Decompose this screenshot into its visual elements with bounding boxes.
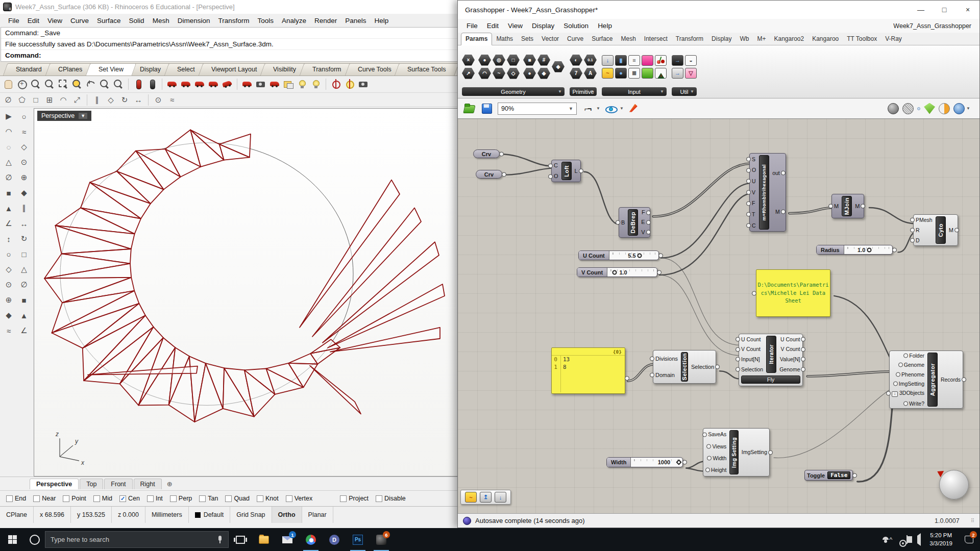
gh-menu-edit[interactable]: Edit [482, 20, 503, 31]
notes-icon[interactable]: ≡ [628, 55, 640, 66]
selection-in-domain[interactable]: Domain [655, 372, 675, 378]
loft-in-o[interactable]: O [554, 173, 558, 179]
osnap-vertex[interactable]: Vertex [286, 495, 312, 502]
zoom-target-icon[interactable] [99, 78, 111, 90]
move-tool-icon[interactable]: ↔ [132, 94, 144, 106]
rhino-menu-render[interactable]: Render [310, 15, 341, 26]
crv-param-2[interactable]: Crv [476, 170, 502, 179]
aggregator-in-3dobjects[interactable]: ↓3DObjects [892, 390, 924, 397]
gh-menu-solution[interactable]: Solution [559, 20, 593, 31]
loft-icon[interactable]: ∥ [17, 201, 31, 215]
gh-menu-help[interactable]: Help [593, 20, 617, 31]
tab-sets[interactable]: Sets [517, 33, 537, 45]
cluster-icon[interactable]: ◒ [685, 55, 697, 66]
rhino-menu-tools[interactable]: Tools [253, 15, 278, 26]
surface-icon[interactable]: ▲ [2, 201, 16, 215]
curve-tool-icon[interactable]: ≈ [17, 124, 31, 139]
tab-tt-toolbox[interactable]: TT Toolbox [843, 33, 881, 45]
trim-icon[interactable]: □ [17, 247, 31, 261]
aggregator-in-folder[interactable]: Folder [909, 353, 924, 359]
zoom-extents-icon[interactable]: ⌐¬ [581, 102, 594, 115]
tab-maths[interactable]: Maths [492, 33, 517, 45]
microphone-icon[interactable] [217, 536, 223, 544]
iterator-in-input[interactable]: Input[N] [741, 357, 760, 362]
iterator-in-selection[interactable]: Selection [741, 367, 763, 372]
panel-dark-icon[interactable]: ▮ [615, 55, 627, 66]
zoom-selected-icon[interactable] [71, 78, 83, 90]
named-view-icon-2[interactable] [180, 78, 192, 90]
rhombi-in-f[interactable]: F [752, 201, 755, 206]
rhino-menu-edit[interactable]: Edit [23, 15, 43, 26]
vptab-front[interactable]: Front [104, 479, 132, 489]
v-count-slider[interactable]: V Count 1.0 [577, 267, 657, 277]
taskbar-clock[interactable]: 5:20 PM 3/3/2019 [924, 532, 958, 547]
extrude-icon[interactable]: ∠ [2, 216, 16, 231]
rotate-tool-icon[interactable]: ↻ [118, 94, 131, 106]
slider-icon[interactable]: ~ [602, 68, 614, 79]
arc-tool-icon[interactable]: ◠ [57, 94, 69, 106]
param-surface-icon[interactable]: ◈ [552, 61, 565, 72]
rhino-taskbar-button[interactable]: 6 [370, 528, 393, 551]
knob-icon[interactable]: ● [615, 68, 627, 79]
dim-icon[interactable]: ≈ [2, 323, 16, 338]
aggregator-out-records[interactable]: Records [941, 377, 961, 383]
swatch-icon[interactable] [642, 68, 653, 79]
tab-params[interactable]: Params [461, 33, 492, 45]
rhino-menu-dimension[interactable]: Dimension [174, 15, 214, 26]
imgsetting-in-saveas[interactable]: SaveAs [708, 432, 726, 437]
zoom-extents-caret[interactable]: ▼ [596, 106, 600, 111]
preview-caret[interactable]: ▼ [620, 106, 624, 111]
named-view-icon-1[interactable] [166, 78, 178, 90]
debrep-out-e[interactable]: E [641, 219, 645, 225]
gh-menu-display[interactable]: Display [527, 20, 559, 31]
undo-view-icon[interactable] [85, 78, 97, 90]
lasso-tool-icon[interactable]: ○ [17, 109, 31, 123]
param-curve-icon[interactable]: ◎ [493, 55, 505, 66]
tab-viewport-layout[interactable]: Viewport Layout [198, 63, 270, 76]
param-box-icon[interactable]: ■ [523, 55, 536, 66]
status-planar[interactable]: Planar [302, 507, 333, 523]
start-button[interactable] [0, 528, 24, 551]
param-brep-icon[interactable]: ◆ [537, 68, 550, 79]
osnap-cen[interactable]: ✓Cen [119, 495, 140, 502]
circle-tool-icon[interactable]: ∅ [2, 94, 14, 106]
pan-icon[interactable] [2, 78, 14, 90]
rhino-menu-view[interactable]: View [43, 15, 66, 26]
rotate-icon[interactable]: ⊕ [2, 293, 16, 307]
imgsetting-component[interactable]: SaveAs Views Width Height Img Setting Im… [703, 428, 770, 477]
iterator-out-vcount[interactable]: V Count [781, 346, 800, 352]
preview-wireframe-icon[interactable] [902, 103, 914, 114]
vptab-right[interactable]: Right [134, 479, 162, 489]
param-mesh-icon[interactable]: # [537, 55, 550, 66]
display-caret[interactable]: ▼ [966, 106, 970, 111]
scale-icon[interactable]: ■ [17, 293, 31, 307]
action-center-button[interactable]: 2 [958, 528, 980, 551]
osnap-perp[interactable]: Perp [170, 495, 192, 502]
cylinder-icon[interactable]: ■ [2, 186, 16, 200]
param-line-icon[interactable]: ~ [493, 68, 505, 79]
tab-vector[interactable]: Vector [537, 33, 563, 45]
rhombi-in-u[interactable]: U [752, 179, 756, 184]
named-view-icon-5[interactable] [219, 77, 235, 92]
chrome-button[interactable] [299, 528, 323, 551]
osnap-mid[interactable]: Mid [93, 495, 112, 502]
param-pipe-icon[interactable]: ● [523, 68, 536, 79]
iterator-component[interactable]: U Count V Count Input[N] Selection Itera… [739, 334, 803, 386]
osnap-knot[interactable]: Knot [257, 495, 279, 502]
add-viewport-icon[interactable]: ⊕ [163, 480, 177, 488]
arc-icon[interactable]: ◇ [17, 140, 31, 154]
mjoin-component[interactable]: M MJoin M [831, 194, 864, 218]
zoom-1to1-icon[interactable] [112, 78, 125, 90]
rhino-menu-analyze[interactable]: Analyze [278, 15, 310, 26]
named-view-icon-3[interactable] [193, 78, 206, 90]
radius-slider[interactable]: Radius 1.0 [816, 245, 893, 255]
spotlight-icon[interactable] [296, 78, 308, 90]
spotlight2-icon[interactable] [310, 78, 322, 90]
set-target-icon[interactable] [330, 78, 342, 90]
tab-transform[interactable]: Transform [672, 33, 707, 45]
copy-icon[interactable]: ∅ [17, 278, 31, 292]
save-file-icon[interactable] [480, 102, 494, 115]
discord-button[interactable]: D [323, 528, 346, 551]
tab-mesh[interactable]: Mesh [617, 33, 640, 45]
preview-half-icon[interactable] [939, 103, 950, 114]
